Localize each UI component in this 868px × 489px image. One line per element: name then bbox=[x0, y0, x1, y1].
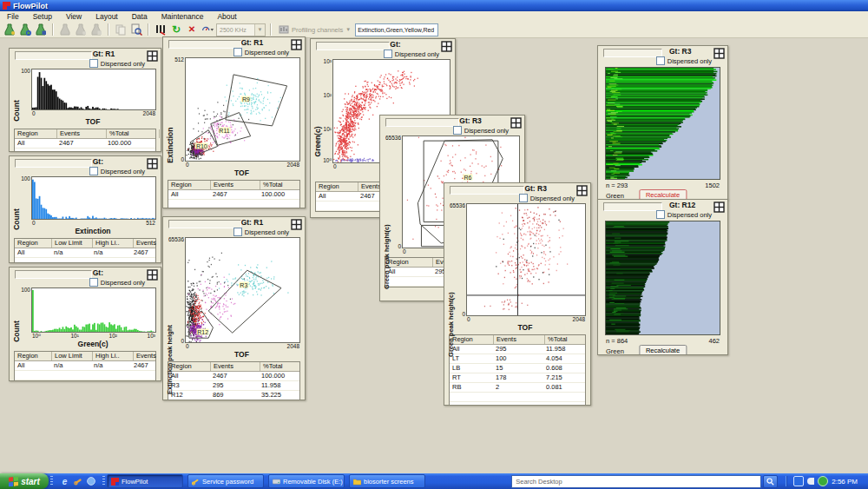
table-row[interactable]: All2467100.000 bbox=[168, 190, 299, 200]
quadrant-layout-icon[interactable] bbox=[147, 269, 158, 281]
trace-waterfall[interactable] bbox=[605, 221, 720, 335]
profiling-channels-field[interactable]: Extinction,Green,Yellow,Red bbox=[355, 23, 438, 36]
gauge-dropdown-icon[interactable] bbox=[201, 23, 214, 36]
checkbox-box[interactable] bbox=[233, 48, 242, 56]
window-extinction-histogram[interactable]: Gt: Dispensed only 100 Count 0512 Extinc… bbox=[9, 155, 161, 263]
gate-name-field[interactable] bbox=[385, 118, 459, 127]
table-row[interactable]: R329511.958 bbox=[168, 381, 299, 391]
quadrant-layout-icon[interactable] bbox=[147, 50, 158, 62]
quicklaunch-tools-icon[interactable] bbox=[73, 477, 82, 486]
table-row[interactable]: LT1004.054 bbox=[450, 354, 585, 364]
menu-about[interactable]: About bbox=[210, 12, 243, 21]
task-flowpilot[interactable]: FlowPilot bbox=[107, 474, 183, 488]
table-row[interactable]: All2467100.000 bbox=[15, 139, 155, 149]
recalculate-button[interactable]: Recalculate bbox=[639, 345, 687, 355]
window-tof-histogram[interactable]: Gt: R1 Dispensed only 100 Count 02048 TO… bbox=[9, 48, 161, 152]
abort-icon[interactable]: ✕ bbox=[185, 23, 199, 36]
plot-canvas[interactable]: R3R12 bbox=[185, 237, 300, 343]
plot-canvas[interactable]: R9R11R10 bbox=[185, 57, 300, 162]
dispensed-only-checkbox[interactable]: Dispensed only bbox=[233, 228, 289, 236]
gate-name-field[interactable] bbox=[168, 40, 241, 49]
plot-canvas[interactable] bbox=[466, 203, 586, 316]
quadrant-layout-icon[interactable] bbox=[441, 41, 452, 52]
table-row[interactable]: Alln/an/a2467100.000 bbox=[15, 248, 155, 258]
region-table[interactable]: RegionEvents%Total All2467100.000 R32951… bbox=[168, 361, 300, 400]
checkbox-box[interactable] bbox=[519, 194, 528, 202]
dispensed-only-checkbox[interactable]: Dispensed only bbox=[89, 278, 145, 287]
table-row[interactable] bbox=[450, 402, 585, 406]
table-row[interactable]: All2467100.000 bbox=[168, 372, 299, 381]
task-biosorter-screens[interactable]: biosorter screens bbox=[349, 474, 425, 488]
checkbox-box[interactable] bbox=[89, 278, 98, 287]
task-removable-disk[interactable]: Removable Disk (E:) bbox=[268, 474, 345, 488]
valve-icon[interactable] bbox=[154, 23, 168, 36]
quadrant-layout-icon[interactable] bbox=[713, 202, 725, 213]
table-row[interactable] bbox=[15, 258, 155, 263]
menu-data[interactable]: Data bbox=[125, 12, 155, 21]
dispensed-only-checkbox[interactable]: Dispensed only bbox=[233, 48, 289, 56]
quadrant-layout-icon[interactable] bbox=[576, 185, 588, 196]
window-trace-view-r3[interactable]: Gt: R3 Dispensed only n = 293 1502 Green… bbox=[597, 45, 728, 200]
app-titlebar[interactable]: FlowPilot bbox=[0, 0, 868, 11]
table-row[interactable]: RB20.081 bbox=[450, 383, 585, 393]
menu-file[interactable]: File bbox=[0, 12, 26, 21]
dispensed-only-checkbox[interactable]: Dispensed only bbox=[89, 167, 145, 175]
tray-volume-icon[interactable] bbox=[807, 478, 814, 485]
gate-name-field[interactable] bbox=[15, 270, 92, 279]
quadrant-layout-icon[interactable] bbox=[147, 158, 158, 169]
tray-status-icon[interactable] bbox=[818, 476, 828, 486]
search-desktop-input[interactable] bbox=[511, 475, 761, 488]
khz-select[interactable]: 2500 KHz▼ bbox=[216, 23, 266, 36]
gate-name-field[interactable] bbox=[316, 42, 390, 50]
region-label[interactable]: R11 bbox=[218, 127, 230, 133]
search-icon[interactable] bbox=[763, 475, 778, 488]
plot-canvas[interactable] bbox=[31, 176, 156, 220]
gate-name-field[interactable] bbox=[450, 186, 524, 195]
region-table[interactable]: RegionEvents%Total All29511.958 LT1004.0… bbox=[449, 334, 586, 406]
table-row[interactable]: RT1787.215 bbox=[450, 373, 585, 383]
gate-name-field[interactable] bbox=[15, 159, 92, 168]
table-row[interactable]: R1286935.225 bbox=[168, 391, 299, 400]
quadrant-layout-icon[interactable] bbox=[713, 48, 725, 59]
table-row[interactable] bbox=[15, 149, 155, 152]
window-trace-view-r12[interactable]: Gt: R12 Dispensed only n = 864 462 Green… bbox=[597, 199, 728, 355]
trace-waterfall[interactable] bbox=[605, 67, 720, 180]
table-row[interactable]: Alln/an/a2467100.000 bbox=[15, 361, 155, 371]
menu-setup[interactable]: Setup bbox=[26, 12, 59, 21]
region-label[interactable]: R9 bbox=[241, 96, 251, 102]
table-row[interactable] bbox=[15, 371, 155, 380]
gate-name-field[interactable] bbox=[603, 202, 662, 211]
window-extinction-tof-scatter[interactable]: Gt: R1 Dispensed only 512 Extinction 0 R… bbox=[162, 36, 306, 208]
region-label[interactable]: R3 bbox=[239, 282, 248, 288]
dispensed-only-checkbox[interactable]: Dispensed only bbox=[89, 59, 145, 68]
gate-name-field[interactable] bbox=[15, 51, 92, 60]
gate-name-field[interactable] bbox=[168, 220, 241, 228]
quicklaunch-desktop-icon[interactable] bbox=[86, 477, 95, 486]
region-label[interactable]: R10 bbox=[195, 143, 208, 149]
table-row[interactable] bbox=[168, 200, 299, 208]
plot-canvas[interactable] bbox=[31, 69, 156, 110]
window-green-histogram[interactable]: Gt: Dispensed only 100 Count 10⁰10¹ 10²1… bbox=[9, 267, 161, 381]
region-label[interactable]: R12 bbox=[196, 329, 209, 335]
quadrant-layout-icon[interactable] bbox=[291, 219, 302, 230]
window-extpeak-tof-scatter[interactable]: Gt: R1 Dispensed only 65536 Extinction p… bbox=[162, 216, 306, 400]
find-report-icon[interactable] bbox=[129, 23, 143, 36]
checkbox-box[interactable] bbox=[656, 210, 665, 219]
checkbox-box[interactable] bbox=[453, 126, 462, 135]
menu-maintenance[interactable]: Maintenance bbox=[155, 12, 211, 21]
checkbox-box[interactable] bbox=[233, 228, 242, 236]
dispensed-only-checkbox[interactable]: Dispensed only bbox=[656, 210, 712, 219]
table-row[interactable] bbox=[450, 393, 585, 402]
dispensed-only-checkbox[interactable]: Dispensed only bbox=[656, 56, 712, 65]
region-table[interactable]: RegionEvents%Total All2467100.000 bbox=[14, 129, 156, 152]
region-table[interactable]: RegionLow LimitHigh Li..Events%Total All… bbox=[14, 238, 156, 263]
region-label[interactable]: R6 bbox=[464, 175, 473, 181]
window-greenpeak-quadrant[interactable]: Gt: R3 Dispensed only 65536 Green peak h… bbox=[444, 182, 591, 406]
region-table[interactable]: RegionEvents%Total All2467100.000 bbox=[168, 180, 300, 208]
gate-name-field[interactable] bbox=[603, 49, 662, 57]
region-table[interactable]: RegionLow LimitHigh Li..Events%Total All… bbox=[14, 351, 156, 381]
menu-view[interactable]: View bbox=[59, 12, 89, 21]
refresh-icon[interactable]: ↻ bbox=[169, 23, 183, 36]
quadrant-layout-icon[interactable] bbox=[291, 39, 302, 50]
checkbox-box[interactable] bbox=[89, 167, 98, 175]
